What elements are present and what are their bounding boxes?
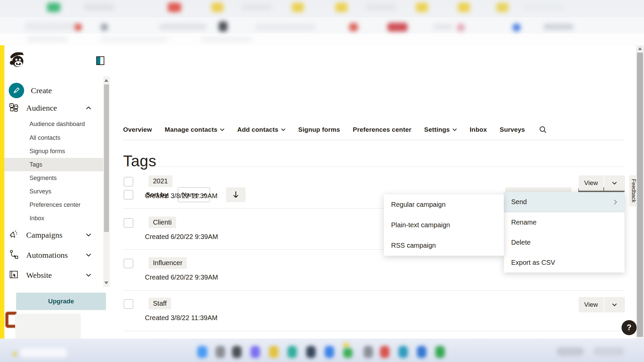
blurred-app-icon — [306, 346, 316, 358]
send-submenu: Regular campaign Plain-text campaign RSS… — [384, 194, 504, 256]
blurred-app-icon — [364, 346, 373, 358]
blurred-app-icon — [343, 348, 353, 358]
sidebar-item-website[interactable]: Website — [9, 269, 96, 281]
blurred-tab-icon — [416, 3, 428, 12]
sidebar-item-inbox[interactable]: Inbox — [30, 212, 44, 225]
upgrade-button[interactable]: Upgrade — [16, 293, 106, 310]
sidebar-item-campaigns[interactable]: Campaigns — [9, 229, 96, 241]
website-window-icon — [9, 269, 19, 281]
brand-yellow-stripe — [0, 45, 4, 339]
blurred-app-icon — [398, 346, 408, 358]
view-dropdown-toggle[interactable] — [604, 297, 625, 312]
view-button[interactable]: View — [579, 175, 603, 191]
sidebar-item-label: Create — [31, 86, 52, 95]
active-item-highlight — [4, 158, 104, 171]
search-icon[interactable] — [539, 126, 547, 134]
row-checkbox[interactable] — [124, 259, 133, 268]
blurred-tab-title — [523, 4, 564, 10]
submenu-item-regular-campaign[interactable]: Regular campaign — [384, 194, 504, 215]
menu-item-export-csv[interactable]: Export as CSV — [504, 252, 625, 273]
blurred-app-icon — [287, 346, 297, 358]
blurred-toolbar-icon — [101, 23, 108, 31]
blurred-tab-icon — [47, 3, 60, 12]
scroll-down-arrow-icon[interactable] — [104, 282, 108, 284]
blurred-toolbar-icon — [457, 23, 465, 32]
row-divider — [123, 290, 625, 291]
row-checkbox[interactable] — [124, 218, 133, 228]
sidebar-item-surveys[interactable]: Surveys — [30, 185, 51, 198]
chevron-down-icon — [281, 128, 285, 131]
sidebar-item-audience[interactable]: Audience — [9, 102, 96, 114]
tag-created-label: Created 3/8/22 11:39AM — [145, 192, 217, 200]
row-divider — [123, 167, 625, 167]
submenu-item-plain-text-campaign[interactable]: Plain-text campaign — [384, 215, 504, 235]
sidebar-item-create[interactable]: Create — [9, 83, 52, 98]
select-all-checkbox[interactable] — [124, 190, 133, 199]
help-button[interactable]: ? — [622, 320, 637, 335]
sidebar-item-label: Website — [26, 271, 52, 280]
automation-flow-icon — [9, 249, 19, 261]
menu-item-label: Regular campaign — [391, 201, 445, 208]
tag-name-chip[interactable]: 2021 — [149, 175, 172, 187]
audience-nav: Overview Manage contacts Add contacts Si… — [123, 126, 547, 134]
menu-item-send[interactable]: Send — [504, 192, 625, 212]
blurred-toolbar-item — [25, 22, 75, 31]
sidebar-item-label: Automations — [26, 251, 68, 260]
row-divider — [123, 331, 625, 331]
audience-icon — [9, 102, 19, 114]
chevron-down-icon — [86, 272, 91, 278]
blurred-toolbar-item — [433, 24, 453, 29]
sort-direction-button[interactable] — [226, 187, 246, 202]
nav-divider — [123, 140, 625, 140]
sidebar-item-preferences-center[interactable]: Preferences center — [30, 198, 80, 212]
nav-signup-forms[interactable]: Signup forms — [298, 126, 340, 133]
sidebar-item-audience-dashboard[interactable]: Audience dashboard — [30, 117, 85, 131]
tag-name-chip[interactable]: Influencer — [149, 257, 187, 269]
view-dropdown-toggle[interactable] — [604, 175, 625, 191]
nav-inbox[interactable]: Inbox — [470, 126, 487, 133]
sidebar-item-tags[interactable]: Tags — [30, 158, 42, 171]
menu-item-delete[interactable]: Delete — [504, 232, 625, 252]
blurred-taskbar-item — [20, 348, 67, 357]
tag-name-chip[interactable]: Staff — [149, 298, 171, 309]
nav-surveys[interactable]: Surveys — [500, 126, 525, 133]
blurred-toolbar-icon — [219, 21, 227, 32]
sidebar-scrollbar[interactable] — [103, 76, 110, 287]
row-checkbox[interactable] — [124, 177, 133, 186]
scrollbar-thumb[interactable] — [104, 84, 109, 232]
mailchimp-logo[interactable] — [8, 50, 26, 71]
tag-name-chip[interactable]: Clienti — [149, 217, 176, 228]
menu-item-label: Export as CSV — [511, 259, 555, 266]
blurred-taskbar-icon — [13, 352, 17, 356]
blurred-tab-icon — [496, 3, 508, 12]
blurred-toolbar-item — [543, 24, 574, 30]
nav-settings[interactable]: Settings — [424, 126, 457, 133]
view-button[interactable]: View — [579, 297, 603, 312]
row-checkbox[interactable] — [124, 299, 133, 309]
blurred-app-icon — [380, 346, 389, 358]
blurred-tab-icon — [211, 3, 223, 12]
menu-item-rename[interactable]: Rename — [504, 212, 625, 232]
nav-overview[interactable]: Overview — [123, 126, 152, 133]
sidebar-item-label: Audience — [26, 104, 57, 113]
chevron-down-icon — [86, 252, 91, 258]
blurred-tab-icon — [292, 3, 304, 12]
page-scrollbar[interactable] — [636, 45, 644, 339]
submenu-item-rss-campaign[interactable]: RSS campaign — [384, 235, 504, 256]
sidebar-item-all-contacts[interactable]: All contacts — [30, 131, 60, 144]
sidebar-item-automations[interactable]: Automations — [9, 249, 96, 261]
nav-preferences-center[interactable]: Preferences center — [353, 126, 412, 133]
tag-actions-menu: Send Rename Delete Export as CSV — [504, 192, 625, 273]
scrollbar-thumb[interactable] — [637, 53, 643, 337]
blurred-tab-title — [366, 4, 396, 10]
blurred-bookmark — [201, 37, 252, 42]
nav-manage-contacts[interactable]: Manage contacts — [165, 126, 224, 133]
scroll-up-arrow-icon[interactable] — [104, 79, 108, 82]
megaphone-icon — [9, 229, 19, 241]
sidebar-collapse-icon[interactable] — [96, 56, 104, 65]
nav-add-contacts[interactable]: Add contacts — [237, 126, 285, 133]
scroll-up-arrow-icon[interactable] — [638, 47, 642, 50]
sidebar-item-segments[interactable]: Segments — [30, 171, 57, 185]
chevron-right-icon — [614, 199, 617, 205]
sidebar-item-signup-forms[interactable]: Signup forms — [30, 144, 65, 158]
